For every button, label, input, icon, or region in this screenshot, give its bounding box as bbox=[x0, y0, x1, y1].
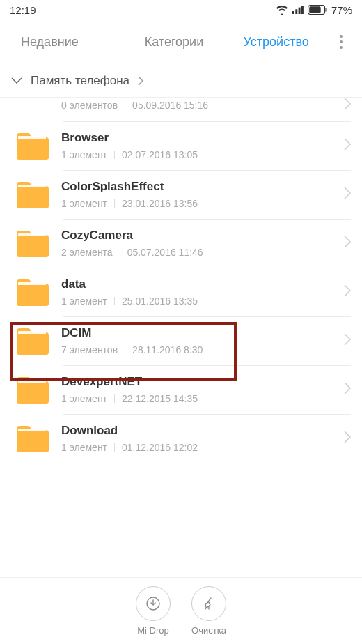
svg-rect-1 bbox=[292, 11, 294, 14]
folder-name: Download bbox=[61, 424, 331, 438]
status-bar: 12:19 77% bbox=[0, 0, 362, 20]
chevron-right-icon bbox=[344, 187, 351, 202]
folder-list: 0 элементов05.09.2016 15:16 Browser 1 эл… bbox=[0, 98, 362, 463]
folder-icon bbox=[15, 376, 49, 404]
folder-icon bbox=[15, 327, 49, 355]
svg-rect-6 bbox=[309, 6, 321, 13]
folder-icon bbox=[15, 132, 49, 160]
signal-icon bbox=[292, 6, 304, 14]
tab-device[interactable]: Устройство bbox=[225, 28, 327, 56]
mi-drop-button[interactable]: Mi Drop bbox=[136, 586, 171, 636]
folder-icon bbox=[15, 181, 49, 208]
tab-categories[interactable]: Категории bbox=[123, 28, 226, 56]
svg-rect-7 bbox=[325, 8, 326, 12]
folder-meta: 1 элемент22.12.2015 14:35 bbox=[61, 393, 331, 404]
folder-name: DCIM bbox=[61, 326, 331, 340]
folder-meta: 1 элемент25.01.2016 13:35 bbox=[61, 296, 331, 307]
broom-icon bbox=[201, 596, 217, 611]
status-time: 12:19 bbox=[10, 4, 36, 16]
top-tabs: Недавние Категории Устройство bbox=[0, 20, 362, 64]
chevron-down-icon bbox=[11, 77, 22, 84]
list-item[interactable]: Browser 1 элемент02.07.2016 13:05 bbox=[0, 121, 362, 170]
svg-rect-4 bbox=[301, 6, 304, 14]
folder-name: ColorSplashEffect bbox=[61, 180, 331, 194]
list-item[interactable]: ColorSplashEffect 1 элемент23.01.2016 13… bbox=[0, 170, 362, 219]
list-item[interactable]: CozyCamera 2 элемента05.07.2016 11:46 bbox=[0, 219, 362, 268]
list-item[interactable]: DevexpertNET 1 элемент22.12.2015 14:35 bbox=[0, 365, 362, 414]
battery-icon bbox=[308, 5, 327, 15]
chevron-right-icon bbox=[344, 333, 351, 348]
folder-meta: 0 элементов05.09.2016 15:16 bbox=[61, 100, 331, 111]
status-indicators: 77% bbox=[276, 4, 352, 16]
svg-rect-2 bbox=[295, 9, 297, 14]
breadcrumb-label: Память телефона bbox=[31, 74, 129, 88]
list-item[interactable]: Download 1 элемент01.12.2016 12:02 bbox=[0, 414, 362, 463]
cleanup-button[interactable]: Очистка bbox=[191, 586, 226, 636]
chevron-right-icon bbox=[344, 382, 351, 397]
folder-icon bbox=[15, 229, 49, 257]
cleanup-label: Очистка bbox=[191, 625, 226, 636]
folder-icon bbox=[15, 278, 49, 306]
more-menu-button[interactable] bbox=[327, 35, 355, 49]
folder-name: CozyCamera bbox=[61, 229, 331, 243]
bottom-action-bar: Mi Drop Очистка bbox=[0, 577, 362, 644]
folder-name: Browser bbox=[61, 131, 331, 145]
chevron-right-icon bbox=[344, 236, 351, 251]
chevron-right-icon bbox=[138, 76, 143, 86]
folder-name: DevexpertNET bbox=[61, 375, 331, 389]
folder-meta: 1 элемент02.07.2016 13:05 bbox=[61, 149, 331, 160]
folder-meta: 2 элемента05.07.2016 11:46 bbox=[61, 247, 331, 258]
folder-icon bbox=[15, 100, 49, 110]
list-item-data[interactable]: data 1 элемент25.01.2016 13:35 bbox=[0, 268, 362, 316]
mi-drop-icon bbox=[145, 596, 161, 611]
svg-rect-3 bbox=[299, 8, 301, 14]
chevron-right-icon bbox=[344, 431, 351, 446]
folder-name: data bbox=[61, 277, 331, 291]
list-item[interactable]: 0 элементов05.09.2016 15:16 bbox=[0, 98, 362, 121]
folder-meta: 1 элемент01.12.2016 12:02 bbox=[61, 442, 331, 453]
battery-percent: 77% bbox=[331, 4, 352, 16]
folder-meta: 7 элементов28.11.2016 8:30 bbox=[61, 344, 331, 355]
folder-meta: 1 элемент23.01.2016 13:56 bbox=[61, 198, 331, 209]
list-item[interactable]: DCIM 7 элементов28.11.2016 8:30 bbox=[0, 316, 362, 365]
chevron-right-icon bbox=[344, 138, 351, 153]
wifi-icon bbox=[276, 5, 288, 15]
chevron-right-icon bbox=[344, 284, 351, 300]
tab-recent[interactable]: Недавние bbox=[7, 28, 123, 56]
breadcrumb[interactable]: Память телефона bbox=[0, 64, 362, 98]
mi-drop-label: Mi Drop bbox=[137, 625, 169, 636]
chevron-right-icon bbox=[344, 98, 351, 113]
folder-icon bbox=[15, 424, 49, 452]
